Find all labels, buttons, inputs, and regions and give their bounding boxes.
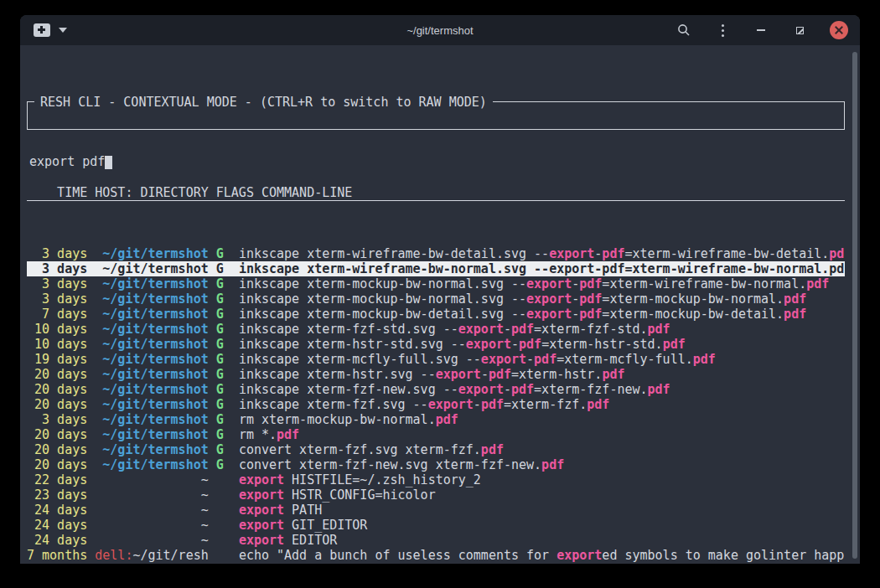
search-icon — [677, 23, 691, 37]
row-flag: G — [216, 276, 224, 291]
kebab-menu-icon — [722, 24, 724, 37]
row-command-segment: inkscape xterm-mockup-bw-normal.svg -- — [239, 276, 526, 291]
row-time: 7 months — [27, 548, 87, 563]
row-command-segment: export — [239, 533, 284, 548]
chevron-down-icon[interactable] — [59, 28, 67, 33]
history-row[interactable]: 10 days ~/git/termshot G inkscape xterm-… — [27, 322, 845, 337]
row-host: ~/git/termshot — [102, 427, 208, 442]
row-time: 3 days — [27, 276, 87, 291]
row-host: ~/git/termshot — [102, 367, 208, 382]
row-time: 20 days — [27, 397, 87, 412]
row-flag: G — [216, 322, 224, 337]
history-row[interactable]: 20 days ~/git/termshot G convert xterm-f… — [27, 457, 845, 472]
search-button[interactable] — [676, 22, 692, 39]
row-command-segment: pdf — [481, 442, 504, 457]
history-row[interactable]: 3 days ~/git/termshot G inkscape xterm-m… — [27, 276, 845, 291]
row-command-segment: export — [458, 322, 504, 337]
row-command-segment: rm *. — [239, 427, 277, 442]
row-command-segment: -O -v — [541, 563, 587, 564]
history-row[interactable]: 20 days ~/git/termshot G inkscape xterm-… — [27, 397, 845, 412]
row-command-segment: pdf — [541, 457, 564, 472]
row-host: ~/git/termshot — [102, 322, 208, 337]
row-command-segment: - — [504, 322, 511, 337]
row-flag: G — [216, 367, 224, 382]
row-flag: G — [216, 307, 224, 322]
row-flag: G — [216, 337, 224, 352]
row-host: ~/git/termshot — [102, 337, 208, 352]
row-command-segment: =xterm-hstr-std. — [541, 337, 663, 352]
row-host: ~ — [201, 472, 209, 487]
row-flag — [216, 563, 224, 564]
row-command-segment: HSTR_CONFIG=hicolor — [284, 487, 436, 503]
row-command-segment: pdf — [519, 337, 541, 352]
restore-button[interactable] — [791, 22, 808, 39]
history-row[interactable]: 20 days ~/git/termshot G convert xterm-f… — [27, 442, 845, 457]
row-host-prefix: dell: — [95, 563, 132, 564]
row-host: ~/git/termshot — [102, 457, 208, 472]
row-command-segment: export — [239, 487, 284, 503]
history-row[interactable]: 24 days ~ export GIT_EDITOR — [27, 518, 845, 533]
row-command-segment: - — [511, 337, 519, 352]
row-command-segment: EDITOR — [284, 533, 337, 548]
search-input[interactable]: export pdf — [28, 147, 844, 169]
row-command-segment: pd — [829, 246, 844, 261]
row-command-segment: =xterm-fzf. — [504, 397, 587, 412]
row-command-segment: export — [428, 397, 474, 412]
row-command-segment: GIT_EDITOR — [284, 518, 367, 533]
row-flag — [216, 487, 224, 503]
scrollbar[interactable] — [852, 52, 857, 559]
history-row[interactable]: 19 days ~/git/termshot G inkscape xterm-… — [27, 352, 845, 367]
row-command-segment: inkscape xterm-hstr.svg -- — [239, 367, 436, 382]
history-row[interactable]: 22 days ~ export HISTFILE=~/.zsh_history… — [27, 472, 845, 487]
close-button[interactable] — [830, 21, 848, 39]
row-time: 3 days — [27, 291, 87, 307]
history-row[interactable]: 10 days ~/git/termshot G inkscape xterm-… — [27, 337, 845, 352]
row-command-segment: export — [526, 291, 572, 307]
restore-icon — [796, 27, 804, 34]
row-time: 7 days — [27, 307, 87, 322]
minimize-button[interactable] — [753, 22, 769, 39]
row-command-segment: pdf — [663, 337, 686, 352]
history-row[interactable]: 7 months dell:~/git/resh echo "Add a bun… — [27, 548, 845, 563]
history-row[interactable]: 23 days ~ export HSTR_CONFIG=hicolor — [27, 487, 845, 503]
row-command-segment: pdf — [784, 291, 806, 307]
row-command-segment: export — [526, 276, 572, 291]
row-host: ~/git/resh — [132, 548, 208, 563]
history-row[interactable]: 3 days ~/git/termshot G inkscape xterm-m… — [27, 291, 845, 307]
row-flag: G — [216, 382, 224, 397]
row-command-segment: export — [436, 367, 481, 382]
row-command-segment: PATH — [284, 503, 322, 518]
row-command-segment: - — [594, 246, 602, 261]
history-row[interactable]: 7 days ~/git/termshot G inkscape xterm-m… — [27, 307, 845, 322]
row-flag — [216, 472, 224, 487]
minimize-icon — [757, 29, 765, 31]
row-command-segment: inkscape xterm-mockup-bw-normal.svg -- — [239, 291, 526, 307]
row-command-segment: export — [239, 472, 284, 487]
row-flag: G — [216, 291, 224, 307]
new-tab-icon[interactable] — [34, 23, 50, 37]
row-host: ~ — [201, 518, 209, 533]
row-command-segment: pdf — [579, 307, 602, 322]
row-command-segment: rm xterm-mockup-bw-normal. — [239, 412, 436, 427]
history-row[interactable]: 24 days ~ export PATH — [27, 503, 845, 518]
history-row[interactable]: 20 days ~/git/termshot G inkscape xterm-… — [27, 382, 845, 397]
titlebar: ~/git/termshot — [20, 15, 860, 45]
history-row[interactable]: 3 days ~/git/termshot G inkscape xterm-w… — [27, 246, 845, 261]
search-box-title: RESH CLI - CONTEXTUAL MODE - (CTRL+R to … — [34, 95, 493, 110]
row-command-segment: =xterm-fzf-new. — [534, 382, 647, 397]
history-row[interactable]: 20 days ~/git/termshot G rm *.pdf — [27, 427, 845, 442]
menu-button[interactable] — [714, 22, 731, 39]
row-command-segment: pdf — [511, 322, 534, 337]
history-row[interactable]: 8 months dell:~/git/resh neato /tmp/resh… — [27, 563, 845, 564]
row-time: 3 days — [27, 412, 87, 427]
history-row[interactable]: 20 days ~/git/termshot G inkscape xterm-… — [27, 367, 845, 382]
row-command-segment: inkscape xterm-mcfly-full.svg -- — [239, 352, 481, 367]
row-command-segment: neato /tmp/resh-graphviz-cmdSeq.gv -T — [239, 563, 519, 564]
row-flag: G — [216, 261, 224, 276]
row-flag — [216, 518, 224, 533]
history-row[interactable]: 24 days ~ export EDITOR — [27, 533, 845, 548]
row-flag: G — [216, 457, 224, 472]
row-time: 20 days — [27, 382, 87, 397]
history-row[interactable]: 3 days ~/git/termshot G rm xterm-mockup-… — [27, 412, 845, 427]
history-row[interactable]: 3 days ~/git/termshot G inkscape xterm-w… — [27, 261, 845, 276]
